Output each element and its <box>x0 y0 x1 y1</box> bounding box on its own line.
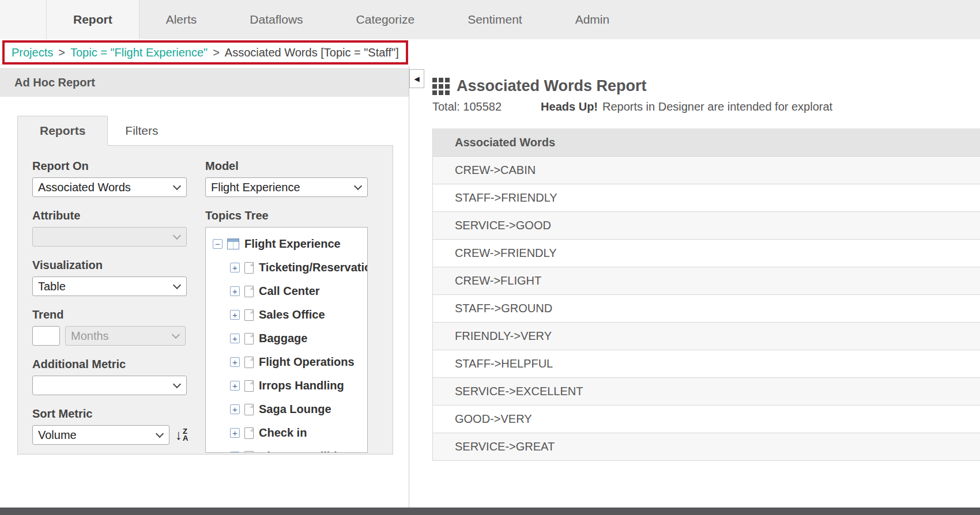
chevron-down-icon <box>173 231 181 239</box>
sort-letters: Z A <box>183 428 188 442</box>
report-on-value: Associated Words <box>38 181 131 194</box>
tree-node[interactable]: + Irrops Handling <box>213 374 367 397</box>
chevron-down-icon <box>172 330 180 338</box>
grid-icon <box>432 78 450 95</box>
table-row[interactable]: CREW->FLIGHT <box>433 267 980 294</box>
tree-node[interactable]: + Ticketing/Reservations <box>213 256 367 279</box>
chevron-down-icon <box>173 380 181 388</box>
visualization-value: Table <box>38 280 66 293</box>
nav-tab-categorize[interactable]: Categorize <box>330 0 442 39</box>
expand-plus-icon[interactable]: + <box>230 428 240 438</box>
nav-tab-report[interactable]: Report <box>46 0 140 39</box>
tree-node-flight-experience[interactable]: − Flight Experience <box>213 232 367 256</box>
tree-node[interactable]: + Check in <box>213 421 367 445</box>
expand-plus-icon[interactable]: + <box>230 334 240 343</box>
table-row[interactable]: CREW->CABIN <box>433 156 980 184</box>
report-title: Associated Words Report <box>457 77 647 95</box>
report-form: Report On Associated Words Attribute Vis… <box>17 145 393 455</box>
expand-plus-icon[interactable]: + <box>230 452 240 453</box>
chevron-down-icon <box>173 181 181 190</box>
tab-reports[interactable]: Reports <box>17 116 108 146</box>
table-row[interactable]: CREW->FRIENDLY <box>433 239 980 267</box>
tree-node[interactable]: + Call Center <box>213 279 367 303</box>
page-icon <box>244 404 254 415</box>
expand-plus-icon[interactable]: + <box>230 263 240 272</box>
sort-metric-controls: Volume ↓ Z A <box>32 425 205 445</box>
sort-metric-select[interactable]: Volume <box>32 425 169 445</box>
nav-left-pad <box>0 0 46 39</box>
tree-node[interactable]: + Flight Operations <box>213 350 367 374</box>
tab-filters[interactable]: Filters <box>108 116 175 145</box>
tree-node-label: Ticketing/Reservations <box>259 261 368 274</box>
notice-title: Heads Up! <box>541 100 598 113</box>
nav-tab-dataflows[interactable]: Dataflows <box>223 0 329 39</box>
nav-tab-sentiment[interactable]: Sentiment <box>441 0 549 39</box>
report-title-row: Associated Words Report <box>432 77 980 95</box>
tree-node-label: Call Center <box>259 285 320 298</box>
tree-node-label: Check in <box>259 426 307 440</box>
table-row[interactable]: STAFF->FRIENDLY <box>433 184 980 211</box>
expand-plus-icon[interactable]: + <box>230 404 240 414</box>
tree-node[interactable]: + Sales Office <box>213 303 367 327</box>
model-label: Model <box>205 160 393 173</box>
report-area: Associated Words Report Total: 105582 He… <box>409 66 980 508</box>
page-icon <box>244 380 254 392</box>
attribute-select[interactable] <box>32 227 187 247</box>
ad-hoc-report-panel: Ad Hoc Report Reports Filters Report On … <box>0 66 409 508</box>
tree-node[interactable]: + Saga Lounge <box>213 397 367 421</box>
table-row[interactable]: FRIENDLY->VERY <box>433 322 980 350</box>
trend-input[interactable] <box>32 326 60 346</box>
expand-plus-icon[interactable]: + <box>230 310 240 320</box>
page-icon <box>244 262 254 274</box>
panel-collapse-button[interactable]: ◀ <box>409 69 424 88</box>
tree-node-label: Irrops Handling <box>259 379 344 392</box>
table-row[interactable]: STAFF->HELPFUL <box>433 350 980 377</box>
expand-plus-icon[interactable]: + <box>230 286 240 296</box>
trend-unit-select[interactable]: Months <box>65 326 186 346</box>
nav-tab-admin[interactable]: Admin <box>549 0 636 39</box>
table-row[interactable]: GOOD->VERY <box>433 405 980 433</box>
model-select[interactable]: Flight Experience <box>205 177 368 197</box>
form-right-column: Model Flight Experience Topics Tree − Fl… <box>205 160 393 454</box>
tree-node[interactable]: + Airport Facilities <box>213 445 367 453</box>
panel-title: Ad Hoc Report <box>0 68 409 97</box>
page-icon <box>244 309 254 321</box>
collapse-minus-icon[interactable]: − <box>213 239 223 249</box>
breadcrumb-row: Projects > Topic = "Flight Experience" >… <box>0 39 980 66</box>
total-count: Total: 105582 <box>432 100 502 113</box>
breadcrumb-projects-link[interactable]: Projects <box>12 46 53 59</box>
trend-unit-value: Months <box>71 330 109 343</box>
visualization-select[interactable]: Table <box>32 277 187 296</box>
breadcrumb-topic-link[interactable]: Topic = "Flight Experience" <box>70 46 208 59</box>
table-header: Associated Words <box>433 128 980 156</box>
table-row[interactable]: STAFF->GROUND <box>433 294 980 322</box>
model-value: Flight Experience <box>211 181 300 194</box>
trend-label: Trend <box>32 308 205 321</box>
sort-arrow-icon: ↓ <box>175 429 182 441</box>
nav-tab-alerts[interactable]: Alerts <box>140 0 224 39</box>
bottom-scrollbar[interactable] <box>0 508 980 515</box>
topics-tree: − Flight Experience + Ticketing/Reservat… <box>205 227 368 453</box>
expand-plus-icon[interactable]: + <box>230 357 240 367</box>
table-row[interactable]: SERVICE->EXCELLENT <box>433 377 980 405</box>
report-subheader: Total: 105582 Heads Up!Reports in Design… <box>432 100 980 113</box>
report-on-select[interactable]: Associated Words <box>32 177 187 197</box>
topics-tree-label: Topics Tree <box>205 209 393 222</box>
breadcrumb-separator: > <box>58 46 65 59</box>
tree-node-label: Sales Office <box>259 308 325 321</box>
breadcrumb-current: Associated Words [Topic = "Staff"] <box>225 46 399 59</box>
additional-metric-select[interactable] <box>32 376 187 395</box>
additional-metric-label: Additional Metric <box>32 358 205 371</box>
tree-node-label: Baggage <box>259 332 307 345</box>
table-row[interactable]: SERVICE->GOOD <box>433 211 980 239</box>
trend-controls: Months <box>32 326 205 346</box>
chevron-down-icon <box>173 281 181 289</box>
top-nav: Report Alerts Dataflows Categorize Senti… <box>0 0 980 39</box>
sort-za-icon[interactable]: ↓ Z A <box>175 428 188 442</box>
page-icon <box>244 357 254 368</box>
visualization-label: Visualization <box>32 259 205 272</box>
report-on-label: Report On <box>32 160 205 173</box>
expand-plus-icon[interactable]: + <box>230 381 240 391</box>
tree-node[interactable]: + Baggage <box>213 327 367 350</box>
table-row[interactable]: SERVICE->GREAT <box>433 433 980 460</box>
